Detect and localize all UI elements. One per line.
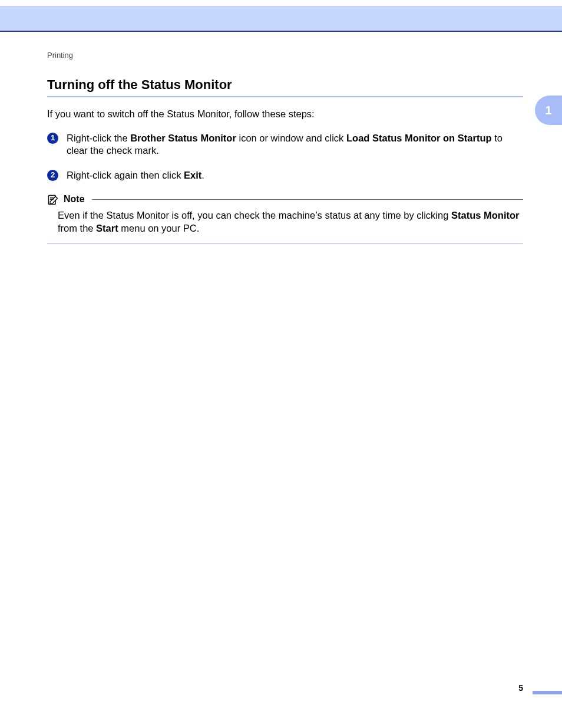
footer-accent: [533, 691, 562, 694]
step-badge-2: 2: [47, 170, 58, 181]
heading-rule: [47, 96, 523, 97]
bold-text: Status Monitor: [451, 210, 520, 220]
page-title: Turning off the Status Monitor: [47, 77, 523, 94]
text: Even if the Status Monitor is off, you c…: [58, 210, 451, 220]
bold-text: Exit: [184, 170, 201, 180]
step-badge-1: 1: [47, 133, 58, 144]
step-1-text: Right-click the Brother Status Monitor i…: [67, 132, 523, 157]
chapter-number: 1: [545, 103, 551, 118]
header-rule: [0, 31, 562, 32]
note-icon: [47, 194, 59, 206]
text: Right-click the: [67, 133, 130, 143]
step-2: 2 Right-click again then click Exit.: [47, 169, 523, 182]
intro-text: If you want to switch off the Status Mon…: [47, 108, 523, 120]
note-body: Even if the Status Monitor is off, you c…: [47, 206, 523, 237]
step-1: 1 Right-click the Brother Status Monitor…: [47, 132, 523, 157]
note-bottom-rule: [47, 243, 523, 243]
page-number: 5: [518, 683, 523, 693]
bold-text: Load Status Monitor on Startup: [346, 133, 492, 143]
bold-text: Start: [96, 223, 118, 233]
text: menu on your PC.: [118, 223, 200, 233]
breadcrumb: Printing: [47, 51, 73, 61]
note-label: Note: [64, 193, 85, 206]
text: .: [201, 170, 204, 180]
page-content: Turning off the Status Monitor If you wa…: [47, 77, 523, 243]
text: icon or window and click: [236, 133, 346, 143]
chapter-tab: 1: [535, 95, 562, 125]
step-2-text: Right-click again then click Exit.: [67, 169, 523, 182]
text: from the: [58, 223, 96, 233]
bold-text: Brother Status Monitor: [130, 133, 236, 143]
text: Right-click again then click: [67, 170, 184, 180]
header-band: [0, 6, 562, 31]
note-top-rule: [92, 199, 523, 200]
note-header: Note: [47, 193, 523, 206]
